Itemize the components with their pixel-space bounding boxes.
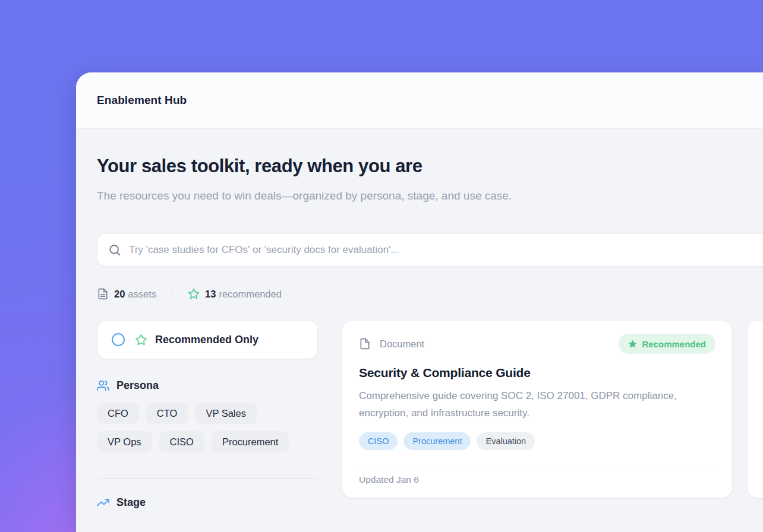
recommended-only-toggle[interactable]: Recommended Only <box>97 320 318 359</box>
recommended-only-label: Recommended Only <box>155 334 258 346</box>
stats-row: 20 assets 13 recommended <box>97 287 763 300</box>
stage-section-header: Stage <box>97 496 318 509</box>
app-window: Enablement Hub Your sales toolkit, ready… <box>76 72 763 532</box>
persona-chip-vp-sales[interactable]: VP Sales <box>195 403 257 424</box>
star-icon <box>125 334 147 346</box>
persona-chip-procurement[interactable]: Procurement <box>212 431 289 452</box>
file-icon <box>359 337 371 351</box>
app-title: Enablement Hub <box>97 94 187 107</box>
sidebar-divider <box>97 478 318 479</box>
recommended-count: 13 <box>205 289 216 300</box>
main-content: Your sales toolkit, ready when you are T… <box>76 129 763 509</box>
persona-chip-ciso[interactable]: CISO <box>159 431 204 452</box>
search-icon <box>108 243 121 256</box>
card-updated-date: Updated Jan 6 <box>359 474 419 484</box>
radio-circle-icon[interactable] <box>112 333 125 346</box>
card-type-label: Document <box>380 338 424 350</box>
search-input[interactable] <box>129 244 763 256</box>
card-type-row: Document Recommended <box>359 334 715 354</box>
tag-ciso: CISO <box>359 432 398 450</box>
star-icon <box>628 340 637 349</box>
app-header: Enablement Hub <box>76 72 763 129</box>
content-row: Recommended Only Persona CFO CTO VP Sale… <box>97 320 763 509</box>
persona-chip-cfo[interactable]: CFO <box>97 403 139 424</box>
persona-chip-list: CFO CTO VP Sales VP Ops CISO Procurement <box>97 403 318 452</box>
asset-card-security-compliance-guide[interactable]: Document Recommended Security & Complian… <box>342 320 733 498</box>
page-subtitle: The resources you need to win deals—orga… <box>97 186 584 206</box>
tag-evaluation: Evaluation <box>477 432 535 450</box>
card-title: Security & Compliance Guide <box>359 366 715 380</box>
assets-count: 20 <box>114 289 125 300</box>
tag-procurement: Procurement <box>403 432 471 450</box>
recommended-label: recommended <box>219 289 281 300</box>
recommended-badge-label: Recommended <box>642 339 706 349</box>
card-footer: Updated Jan 6 <box>359 467 715 485</box>
recommended-badge: Recommended <box>619 334 715 354</box>
persona-section-label: Persona <box>116 379 159 392</box>
persona-chip-cto[interactable]: CTO <box>146 403 188 424</box>
assets-label: assets <box>128 289 156 300</box>
search-bar[interactable] <box>97 233 763 267</box>
users-icon <box>97 379 109 392</box>
card-tag-list: CISO Procurement Evaluation <box>359 432 715 450</box>
star-icon <box>188 288 200 300</box>
persona-chip-vp-ops[interactable]: VP Ops <box>97 431 152 452</box>
stats-divider <box>172 287 172 300</box>
card-description: Comprehensive guide covering SOC 2, ISO … <box>359 387 707 422</box>
asset-card-clipped[interactable] <box>747 320 763 498</box>
trending-up-icon <box>97 496 109 509</box>
file-text-icon <box>97 288 109 300</box>
persona-section-header: Persona <box>97 379 318 392</box>
page-title: Your sales toolkit, ready when you are <box>97 155 763 178</box>
asset-card-grid: Document Recommended Security & Complian… <box>342 320 763 498</box>
stage-section-label: Stage <box>116 496 146 509</box>
filter-sidebar: Recommended Only Persona CFO CTO VP Sale… <box>97 320 318 509</box>
